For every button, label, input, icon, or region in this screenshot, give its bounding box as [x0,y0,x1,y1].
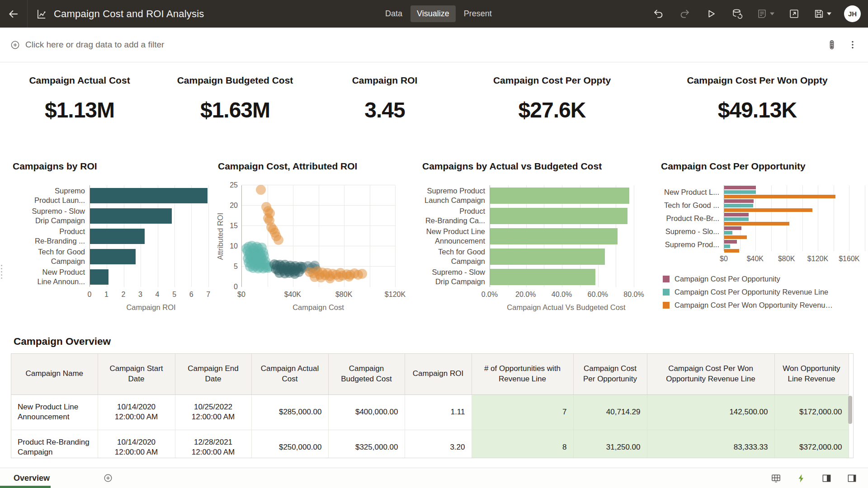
column-header[interactable]: # of Opportunities with Revenue Line [472,354,573,394]
chart-body: Supremo Product Laun...Supremo - Slow Dr… [11,185,212,287]
kpi-tile-1[interactable]: Campaign Budgeted Cost$1.63M [163,75,307,122]
table-cell[interactable]: 3.20 [405,430,472,458]
tab-data[interactable]: Data [379,5,409,22]
table-cell[interactable]: $400,000.00 [328,394,405,430]
column-header[interactable]: Campaign Cost Per Won Opportunity Revenu… [647,354,774,394]
column-header[interactable]: Campaign Budgeted Cost [328,354,405,394]
chart-actual-vs-budgeted[interactable]: Campaigns by Actual vs Budgeted CostSupr… [420,159,643,312]
bar[interactable] [724,195,835,198]
kebab-menu-icon[interactable] [845,38,860,52]
table-cell[interactable]: $325,000.00 [328,430,405,458]
tab-visualize[interactable]: Visualize [410,5,456,22]
bar[interactable] [724,249,739,253]
table-cell[interactable]: 10/14/2020 12:00:00 AM [98,430,175,458]
bar[interactable] [724,226,741,230]
chart-cost-attributed-roi[interactable]: Campaign Cost, Attributed ROIAttributed … [216,159,395,312]
table-cell[interactable]: 7 [472,394,573,430]
dropdown-caret-icon[interactable] [770,12,774,15]
table-scrollbar-thumb[interactable] [848,396,852,424]
bar[interactable] [724,231,732,235]
table-cell[interactable]: 142,500.00 [647,394,774,430]
table-cell[interactable]: $172,000.00 [774,394,849,430]
gridline [395,185,396,287]
open-window-icon[interactable] [787,7,801,21]
chart-cost-per-opportunity[interactable]: Campaign Cost Per OpportunityNew Product… [659,159,865,310]
bar[interactable] [724,235,747,239]
legend-item[interactable]: Campaign Cost Per Won Opportunity Revenu… [663,301,865,310]
panel-layout-alt-icon[interactable] [844,471,859,485]
kpi-tile-3[interactable]: Campaign Cost Per Oppty$27.6K [470,75,634,122]
table-cell[interactable]: $250,000.00 [251,430,328,458]
kpi-tile-2[interactable]: Campaign ROI3.45 [316,75,453,122]
kpi-tile-0[interactable]: Campaign Actual Cost$1.13M [11,75,148,122]
back-button[interactable] [0,0,28,28]
column-header[interactable]: Campaign End Date [175,354,251,394]
bar[interactable] [90,269,108,285]
column-header[interactable]: Campaign Cost Per Opportunity [573,354,647,394]
auto-insights-icon[interactable] [794,471,808,485]
bar[interactable] [490,269,595,285]
scatter-point[interactable] [316,272,326,282]
bar[interactable] [90,188,208,203]
bar[interactable] [490,228,618,244]
tab-present[interactable]: Present [458,5,498,22]
table-cell[interactable]: 31,250.00 [573,430,647,458]
table-cell[interactable]: 10/14/2020 12:00:00 AM [98,394,175,430]
table-cell[interactable]: Product Re-Branding Campaign [11,430,98,458]
scatter-point[interactable] [256,185,266,195]
bar[interactable] [724,213,749,216]
column-header[interactable]: Won Opportunity Line Revenue [774,354,849,394]
undo-icon[interactable] [651,7,665,21]
table-cell[interactable]: 8 [472,430,573,458]
bar[interactable] [724,186,756,189]
column-header[interactable]: Campaign Name [11,354,98,394]
campaign-overview-table[interactable]: Campaign NameCampaign Start DateCampaign… [11,353,854,458]
canvas-drag-handle[interactable] [1,265,3,279]
bar[interactable] [490,208,627,224]
table-cell[interactable]: 40,714.29 [573,394,647,430]
table-cell[interactable]: 1.11 [405,394,472,430]
bar[interactable] [724,240,737,244]
save-icon[interactable] [813,7,831,21]
kpi-tile-4[interactable]: Campaign Cost Per Won Oppty$49.13K [651,75,863,122]
bar[interactable] [724,244,730,248]
bar[interactable] [724,199,754,203]
column-header[interactable]: Campaign Start Date [98,354,175,394]
panel-layout-icon[interactable] [819,471,834,485]
bar[interactable] [90,229,145,244]
table-cell[interactable]: $372,000.00 [774,430,849,458]
legend-item[interactable]: Campaign Cost Per Opportunity [663,275,865,283]
scatter-point[interactable] [344,272,354,282]
bar[interactable] [490,249,605,265]
scatter-point[interactable] [334,272,344,282]
scatter-point[interactable] [325,273,335,283]
bar[interactable] [490,188,629,204]
table-cell[interactable]: 10/25/2022 12:00:00 AM [175,394,251,430]
bar[interactable] [724,190,756,194]
add-canvas-icon[interactable] [103,473,113,483]
user-avatar[interactable]: JH [844,5,861,22]
table-cell[interactable]: $285,000.00 [251,394,328,430]
table-cell[interactable]: 12/28/2021 12:00:00 AM [175,430,251,458]
legend-item[interactable]: Campaign Cost Per Opportunity Revenue Li… [663,288,865,296]
bar[interactable] [724,217,749,221]
scatter-point[interactable] [357,269,367,279]
play-icon[interactable] [704,7,717,21]
column-header[interactable]: Campaign Actual Cost [251,354,328,394]
table-cell[interactable]: New Product Line Announcement [11,394,98,430]
scatter-point[interactable] [274,235,283,245]
dropdown-caret-icon[interactable] [827,12,831,15]
bar[interactable] [724,208,812,212]
add-filter-button[interactable]: Click here or drag data to add a filter [10,40,164,50]
bar[interactable] [90,208,172,224]
refresh-data-icon[interactable] [730,7,744,21]
canvas-tab-overview[interactable]: Overview [14,474,50,483]
bar[interactable] [724,204,753,207]
chart-campaigns-by-roi[interactable]: Campaigns by ROISupremo Product Laun...S… [11,159,212,312]
bar[interactable] [724,222,789,225]
table-cell[interactable]: 83,333.33 [647,430,774,458]
bar[interactable] [90,249,136,264]
column-header[interactable]: Campaign ROI [405,354,472,394]
grid-view-icon[interactable] [769,471,783,485]
filter-controls-icon[interactable] [825,38,839,52]
